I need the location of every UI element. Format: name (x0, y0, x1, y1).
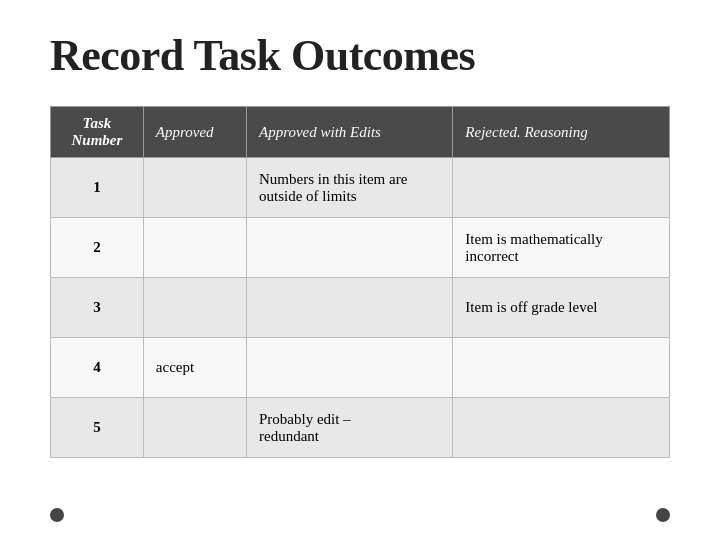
cell-approved-edits (247, 278, 453, 338)
cell-approved (143, 158, 246, 218)
header-rejected-reasoning: Rejected. Reasoning (453, 107, 670, 158)
cell-rejected (453, 158, 670, 218)
cell-task-number: 5 (51, 398, 144, 458)
cell-rejected (453, 338, 670, 398)
page-title: Record Task Outcomes (50, 30, 670, 81)
cell-rejected: Item is mathematically incorrect (453, 218, 670, 278)
cell-task-number: 2 (51, 218, 144, 278)
outcomes-table: Task Number Approved Approved with Edits… (50, 106, 670, 458)
table-row: 1Numbers in this item are outside of lim… (51, 158, 670, 218)
table-row: 3Item is off grade level (51, 278, 670, 338)
cell-rejected: Item is off grade level (453, 278, 670, 338)
slide: Record Task Outcomes Task Number Approve… (0, 0, 720, 540)
table-row: 2Item is mathematically incorrect (51, 218, 670, 278)
decoration-dot-right (656, 508, 670, 522)
cell-task-number: 1 (51, 158, 144, 218)
cell-approved-edits (247, 338, 453, 398)
cell-approved-edits: Probably edit –redundant (247, 398, 453, 458)
cell-approved-edits (247, 218, 453, 278)
cell-rejected (453, 398, 670, 458)
header-task-number: Task Number (51, 107, 144, 158)
table-header-row: Task Number Approved Approved with Edits… (51, 107, 670, 158)
cell-approved-edits: Numbers in this item are outside of limi… (247, 158, 453, 218)
header-approved-with-edits: Approved with Edits (247, 107, 453, 158)
header-approved: Approved (143, 107, 246, 158)
decoration-dot-left (50, 508, 64, 522)
cell-task-number: 4 (51, 338, 144, 398)
cell-approved (143, 278, 246, 338)
cell-approved (143, 218, 246, 278)
cell-approved: accept (143, 338, 246, 398)
cell-approved (143, 398, 246, 458)
cell-task-number: 3 (51, 278, 144, 338)
table-row: 4accept (51, 338, 670, 398)
table-row: 5Probably edit –redundant (51, 398, 670, 458)
